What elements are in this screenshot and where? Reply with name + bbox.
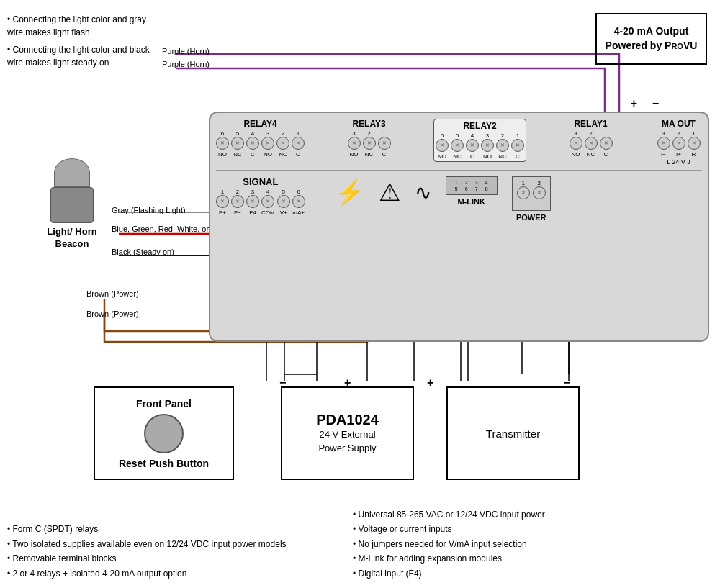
bottom-note-left-4: • 2 or 4 relays + isolated 4-20 mA outpu… — [7, 566, 324, 581]
wire-label-brown1: Brown (Power) — [86, 289, 139, 298]
relay4-term6: 6 ✕ NO — [216, 130, 229, 158]
warning-area: ⚡ ⚠ ∿ — [334, 180, 431, 204]
mlink-label: M-LINK — [457, 197, 485, 206]
bottom-note-left-2: • Two isolated supplies available even o… — [7, 537, 324, 551]
caution-icon: ⚠ — [379, 180, 400, 204]
front-panel-box: Front Panel Reset Push Button — [94, 386, 234, 480]
output-line2: Powered by PROVU — [606, 39, 698, 53]
relay4-term2: 2 ✕ NC — [276, 130, 289, 158]
ma-out-term3: 3 ✕ I− — [657, 130, 670, 158]
output-box: 4-20 mA Output Powered by PROVU — [595, 13, 707, 65]
ma-out-label: MA OUT — [662, 119, 696, 129]
signal-f4: 3 ✕ F4 — [246, 189, 259, 216]
ma-out-term2: 2 ✕ I+ — [672, 130, 685, 158]
bottom-note-right-2: • Voltage or current inputs — [353, 522, 706, 536]
wire-label-gray: Gray (Flashing Light) — [112, 206, 186, 214]
relay1-term2: 2 ✕ NC — [585, 130, 598, 158]
relay2-label: RELAY2 — [463, 121, 496, 131]
note2: • Connecting the light color and black w… — [7, 43, 151, 69]
conn-plus2: + — [427, 376, 433, 389]
ma-out-section: MA OUT 3 ✕ I− 2 ✕ I+ — [655, 119, 702, 166]
signal-ma-plus: 6 ✕ mA+ — [292, 189, 305, 216]
push-button-circle — [144, 414, 184, 453]
pda-model: PDA1024 — [316, 412, 379, 428]
main-container: • Connecting the light color and gray wi… — [0, 0, 720, 588]
bottom-note-right-3: • No jumpers needed for V/mA input selec… — [353, 537, 706, 551]
relay4-term3: 3 ✕ NO — [261, 130, 274, 158]
relay2-term4: 4 ✕ C — [466, 132, 479, 160]
pda-subtitle: 24 V External Power Supply — [318, 428, 376, 454]
bottom-note-right-5: • Digital input (F4) — [353, 566, 706, 581]
power-label: POWER — [516, 213, 546, 222]
bottom-note-left-3: • Removable terminal blocks — [7, 551, 324, 566]
relay3-term3: 3 ✕ NO — [348, 130, 361, 158]
bottom-note-left-1: • Form C (SPDT) relays — [7, 522, 324, 536]
mlink-section: 1 2 3 4 5 6 7 8 M-LINK — [446, 176, 498, 206]
relay3-term1: 1 ✕ C — [378, 130, 391, 158]
relay4-term5: 5 ✕ NC — [231, 130, 244, 158]
relay2-term5: 5 ✕ NC — [451, 132, 464, 160]
output-line1: 4-20 mA Output — [606, 24, 698, 39]
relay1-label: RELAY1 — [574, 119, 607, 129]
relay2-term1: 1 ✕ C — [511, 132, 524, 160]
ma-minus-sign: − — [652, 97, 659, 110]
bottom-note-right-4: • M-Link for adding expansion modules — [353, 551, 706, 566]
note1: • Connecting the light color and gray wi… — [7, 13, 151, 39]
relay2-term3: 3 ✕ NO — [481, 132, 494, 160]
wire-label-black: Black (Steady on) — [112, 248, 174, 256]
beacon: Light/ Horn Beacon — [43, 158, 101, 250]
relay4-label: RELAY4 — [243, 119, 276, 129]
relay3-term2: 2 ✕ NC — [363, 130, 376, 158]
pda-box: PDA1024 24 V External Power Supply — [281, 386, 414, 480]
power-term1: 1 ✕ + — [517, 180, 530, 207]
relay1-term1: 1 ✕ C — [600, 130, 613, 158]
relay4-term1: 1 ✕ C — [292, 130, 305, 158]
v24-label: L 24 V J — [667, 158, 690, 166]
relay2-term2: 2 ✕ NC — [496, 132, 509, 160]
bottom-notes-right: • Universal 85-265 VAC or 12/24 VDC inpu… — [353, 507, 706, 581]
transmitter-label: Transmitter — [486, 428, 540, 440]
signal-label: SIGNAL — [243, 176, 278, 187]
beacon-label: Light/ Horn Beacon — [43, 226, 101, 250]
beacon-base — [50, 187, 94, 223]
wire-label-purple1: Purple (Horn) — [162, 47, 210, 55]
relay4-term4: 4 ✕ C — [246, 130, 259, 158]
power-term2: 2 ✕ − — [533, 180, 546, 207]
lightning-bolt-icon: ⚡ — [334, 180, 364, 204]
left-notes: • Connecting the light color and gray wi… — [7, 13, 151, 69]
device-box: + − RELAY4 6 ✕ NO — [209, 112, 709, 342]
front-panel-title: Front Panel — [136, 398, 192, 410]
relay1-section: RELAY1 3 ✕ NO 2 ✕ NC — [564, 119, 618, 158]
signal-com: 4 ✕ COM — [261, 189, 275, 216]
relay2-section: RELAY2 6 ✕ NO 5 ✕ NC — [433, 119, 526, 162]
relay3-section: RELAY3 3 ✕ NO 2 ✕ NC — [342, 119, 396, 158]
wire-label-brown2: Brown (Power) — [86, 309, 139, 318]
bottom-note-right-1: • Universal 85-265 VAC or 12/24 VDC inpu… — [353, 507, 706, 522]
relay4-section: RELAY4 6 ✕ NO 5 ✕ NC — [216, 119, 305, 158]
wire-label-purple2: Purple (Horn) — [162, 60, 210, 68]
signal-p-plus: 1 ✕ P+ — [216, 189, 229, 216]
power-section: 1 ✕ + 2 ✕ − POWER — [512, 176, 551, 222]
beacon-light — [54, 158, 90, 187]
signal-section: SIGNAL 1 ✕ P+ 2 ✕ P− — [216, 176, 305, 216]
signal-p-minus: 2 ✕ P− — [231, 189, 244, 216]
front-panel-subtitle: Reset Push Button — [119, 458, 209, 469]
mlink-ports: 1 2 3 4 5 6 7 8 — [446, 176, 498, 195]
signal-v-plus: 5 ✕ V+ — [277, 189, 290, 216]
transmitter-box: Transmitter — [446, 386, 580, 480]
ma-out-term1: 1 ✕ R — [688, 130, 701, 158]
relay1-term3: 3 ✕ NO — [570, 130, 582, 158]
relay2-term6: 6 ✕ NO — [436, 132, 449, 160]
ac-symbol-icon: ∿ — [415, 183, 431, 204]
relay3-label: RELAY3 — [352, 119, 385, 129]
ma-plus-sign: + — [631, 97, 637, 110]
bottom-notes-left: • Form C (SPDT) relays • Two isolated su… — [7, 522, 324, 581]
